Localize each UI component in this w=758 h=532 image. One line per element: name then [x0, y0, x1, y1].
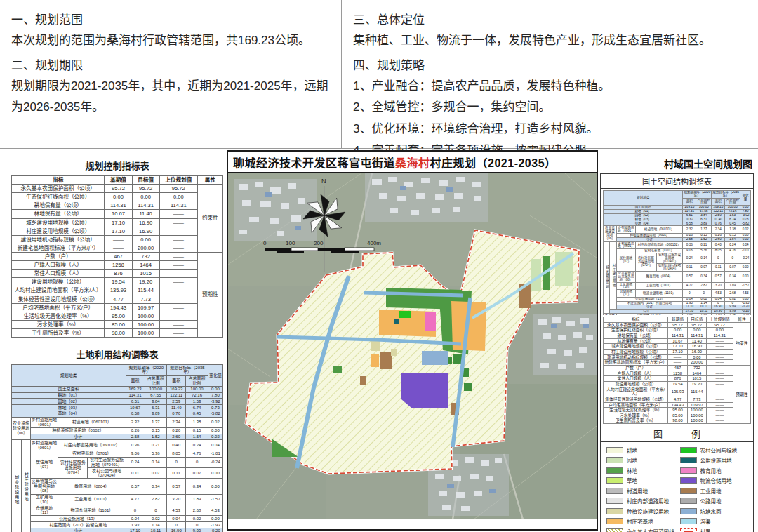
table-row: 建设用地规模（公顷）19.5419.20——	[12, 278, 223, 286]
cell: 教育用地（0804）	[636, 272, 683, 282]
cell: 城乡建设用地	[604, 241, 610, 313]
cell: 0.45	[186, 411, 208, 417]
cell: ——	[706, 365, 733, 371]
cell: -3.92	[208, 399, 222, 405]
table-row: 仓储用地（11）物流仓储用地（1101）004.532.684.53	[604, 290, 751, 298]
cell: 115.44	[687, 387, 706, 397]
cell: 0.14	[696, 253, 712, 264]
cell: 预期性	[733, 365, 750, 423]
cell: 169.23	[683, 206, 696, 210]
legend-label: 园地	[627, 456, 637, 464]
cell: 114.31	[706, 333, 733, 338]
cell: 100.00	[132, 328, 159, 337]
cell: 公共管理与公共服务用地（08）	[616, 272, 635, 282]
legend-item: 村庄内部道路用地	[606, 498, 677, 505]
legend-label: 物流仓储用地	[700, 477, 732, 484]
cell: 194.43	[105, 303, 132, 312]
cell: 卫生厕所普及率（%）	[12, 328, 105, 337]
cell: 169.23	[126, 386, 145, 392]
cell: 0.00	[105, 193, 132, 201]
scale-label-200: 200	[314, 240, 324, 246]
cell: 农村社区服务设施用地（0704）	[636, 253, 656, 272]
table-row: 新建宅基地面积标准（平方米/户）——200.00——	[604, 360, 751, 366]
cell: 0	[167, 522, 186, 528]
cell: 114.31	[687, 333, 706, 338]
cell: 0	[683, 290, 696, 298]
cultivated-land-swatch	[606, 447, 623, 453]
mini-indicator-wrap: 指标基期值目标值上位规划值属性永久基本农田保护面积（公顷）95.7295.729…	[601, 315, 753, 425]
table-row: 城乡建设用地规模（公顷）17.1016.90——	[12, 218, 223, 227]
legend-item: 沟渠	[680, 518, 751, 525]
cell: 0	[167, 457, 186, 467]
cell: ——	[159, 312, 197, 320]
cell: 17.10	[668, 344, 687, 350]
legend-label: 种植设施建设用地	[627, 507, 669, 515]
cell: 2.32	[126, 417, 145, 427]
cell: 村庄建设用地规模（公顷）	[604, 349, 668, 354]
table-row: 林地（03）10.676.3111.406.740.73	[12, 405, 223, 411]
table-row: 耕地（01）114.3167.55122.1172.167.80	[12, 392, 223, 399]
cell: 0.57	[167, 479, 186, 494]
cell: ——	[706, 338, 733, 344]
cell: 5.36	[145, 451, 167, 457]
homestead-swatch	[606, 518, 623, 524]
cell: 仓储用地（11）	[616, 290, 635, 298]
cell: 林地（03）	[12, 405, 126, 411]
top-left-column: 一、规划范围 本次规划的范围为桑海村行政管辖范围，共169.23公顷。 二、规划…	[0, 0, 341, 148]
legend-label: 坑塘水面	[700, 507, 722, 515]
table-row: 永久基本农田保护面积（公顷）95.7295.7295.72约束性	[12, 185, 223, 193]
cell: 16.90	[132, 218, 159, 227]
table-row: 村庄建设用地规模（公顷）17.1016.90——	[12, 227, 223, 235]
cell: 工业用地（1001）	[58, 494, 126, 505]
map-title-suffix: 村庄规划（2021-2035）	[430, 154, 557, 171]
table-row: 建设用地机动指标规模（公顷）——0.00——	[12, 235, 223, 244]
cell: 194.43	[668, 402, 687, 408]
cell: 生态保护红线面积（公顷）	[604, 328, 668, 333]
industrial-zone	[360, 376, 366, 385]
legend-label: 公路用地	[700, 497, 722, 505]
cell: 11.40	[687, 338, 706, 344]
cell: ——	[159, 218, 197, 227]
legend-label: 农村公园与绿地	[700, 446, 738, 454]
table-row: 集体经营性建设用地规模（公顷）4.777.73——	[604, 397, 751, 402]
cell: 100.00	[132, 320, 159, 328]
cell: 732	[132, 252, 159, 260]
cell: 林地保有量（公顷）	[12, 210, 105, 218]
cell: 114.31	[132, 201, 159, 210]
table-row: 耕地保有量（公顷）114.31114.31114.31	[604, 333, 751, 338]
cell: 种植设施建设用地（0602）	[31, 427, 126, 434]
cell: 常住人口规模（人）	[604, 376, 668, 382]
building-cluster-east	[533, 314, 597, 375]
cell: 林地保有量（公顷）	[604, 338, 668, 344]
cell: 0	[145, 505, 167, 516]
cell: 0.00	[208, 386, 222, 392]
cell: 居住用地（07）	[616, 249, 635, 272]
table-row: 建设用地机动指标规模（公顷）——0.00——	[604, 354, 751, 360]
cell: 100.00	[687, 413, 706, 418]
cell: 城乡建设用地	[12, 440, 22, 532]
cell: 467	[105, 252, 132, 260]
cell: -1.93	[208, 522, 222, 528]
cell: 村庄内部道路用地（060102）	[636, 241, 683, 249]
cell: 0.34	[725, 272, 740, 282]
cell: 95.72	[132, 185, 159, 193]
cell: 0.00	[668, 328, 687, 333]
cell: 污水处理率（%）	[12, 320, 105, 328]
header-cell: 上位规划值	[159, 176, 197, 185]
cell: ——	[159, 244, 197, 252]
internal-road-swatch	[606, 498, 623, 504]
cell: ——	[706, 402, 733, 408]
garden-patch	[555, 252, 573, 286]
cell: 3.20	[167, 494, 186, 505]
cell: 村庄范围内（201）的留白用地	[31, 522, 126, 528]
cell: ——	[159, 261, 197, 270]
cell: 园地（02）	[12, 399, 126, 405]
cell: ——	[668, 354, 687, 360]
cell: 0.11	[126, 468, 145, 479]
cell: 0.57	[712, 272, 725, 282]
landuse-structure-table-mini: 规划地类规划基期年（2020年）规划目标年（2035年）变化量面积占总面积比例面…	[603, 190, 751, 315]
cell: ——	[159, 278, 197, 286]
forest-land-swatch	[606, 467, 623, 474]
north-label: N	[321, 178, 326, 185]
right-panel-title: 村域国土空间规划图	[600, 157, 752, 171]
